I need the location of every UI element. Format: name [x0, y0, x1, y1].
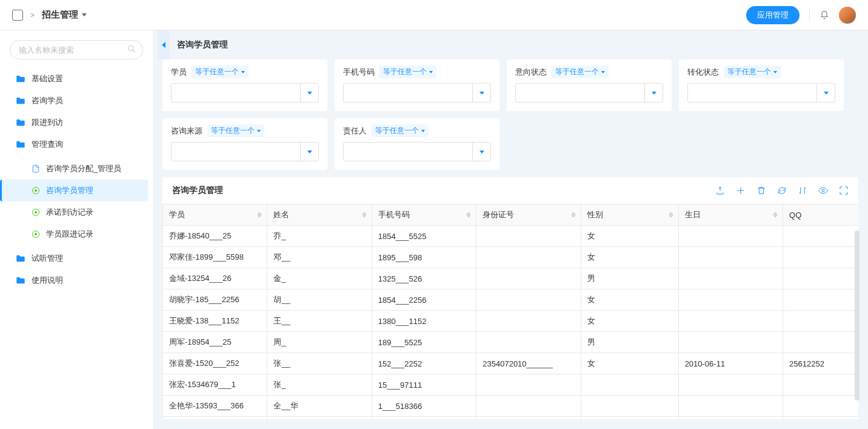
scrollbar[interactable]	[855, 231, 860, 400]
sidebar-item[interactable]: 基础设置	[10, 68, 148, 90]
sidebar-item[interactable]: 使用说明	[10, 269, 148, 291]
table-cell: 女	[581, 226, 678, 247]
table-cell: 1380___1152	[372, 311, 476, 332]
filter-select[interactable]	[171, 83, 319, 103]
table-cell	[476, 332, 581, 353]
breadcrumb-separator: >	[30, 11, 35, 19]
sidebar-item[interactable]: 试听管理	[10, 248, 148, 269]
table-cell: 全__华	[267, 396, 372, 417]
refresh-icon[interactable]	[777, 186, 787, 195]
delete-icon[interactable]	[756, 186, 766, 195]
filter-condition[interactable]: 等于任意一个	[372, 124, 429, 137]
export-icon[interactable]	[715, 186, 725, 195]
table-row[interactable]: 全艳华-13593___366全__华1___518366	[163, 396, 859, 417]
table-cell: 189___5525	[372, 332, 476, 353]
chevron-down-icon	[429, 71, 433, 73]
table-row[interactable]: 王晓爱-138___1152王__1380___1152女王宇	[163, 311, 859, 332]
sort-icon[interactable]	[798, 186, 807, 195]
folder-icon	[16, 75, 25, 83]
table-row[interactable]: 乔娜-18540___25乔_1854___5525女乔_	[163, 226, 859, 247]
table-cell: 女	[581, 247, 678, 268]
table-cell: 1895___598	[372, 247, 476, 268]
table-cell	[581, 417, 678, 420]
search-icon	[127, 45, 136, 55]
table-row[interactable]: 金域-13254___26金_1325___526男金_	[163, 268, 859, 289]
breadcrumb-title-text: 招生管理	[42, 9, 78, 21]
sidebar-item[interactable]: 咨询学员	[10, 90, 148, 112]
filter-condition[interactable]: 等于任意一个	[192, 66, 249, 78]
table-row[interactable]: 邓家佳-1899___5598邓__1895___598女邓_	[163, 247, 859, 268]
main-content: 咨询学员管理 学员等于任意一个 手机号码等于任意一个 意向状态等于任意一个 转化…	[153, 30, 868, 429]
table-cell	[678, 247, 783, 268]
column-header[interactable]: 手机号码	[372, 204, 476, 226]
add-icon[interactable]	[736, 186, 746, 195]
filter-name: 手机号码	[343, 67, 375, 78]
sidebar-item-label: 跟进到访	[32, 117, 63, 128]
filter-condition[interactable]: 等于任意一个	[724, 66, 781, 78]
table-cell: 张喜爱-1520___252	[163, 353, 267, 374]
table-row[interactable]: 陈少创-13534___40陈__135___4740	[163, 417, 859, 420]
chevron-down-icon	[257, 130, 261, 132]
column-header[interactable]: 学员	[163, 204, 267, 226]
filter-select[interactable]	[515, 83, 663, 103]
collapse-sidebar-button[interactable]	[158, 30, 170, 59]
chevron-down-icon	[421, 130, 425, 132]
chevron-down-icon	[479, 92, 484, 95]
chevron-left-icon	[162, 42, 165, 48]
table-cell: 女	[581, 311, 678, 332]
filter-select[interactable]	[343, 142, 491, 161]
column-header[interactable]: QQ	[783, 204, 858, 226]
avatar[interactable]	[839, 7, 856, 24]
search-input[interactable]	[10, 40, 143, 59]
column-header[interactable]: 生日	[678, 204, 783, 226]
bell-icon[interactable]	[820, 10, 829, 20]
folder-icon	[16, 254, 25, 263]
fullscreen-icon[interactable]	[839, 186, 849, 195]
column-header[interactable]: 身份证号	[476, 204, 581, 226]
breadcrumb-title[interactable]: 招生管理	[42, 9, 87, 21]
chevron-down-icon	[479, 150, 484, 154]
table-cell	[476, 268, 581, 289]
table-cell: 全艳华-13593___366	[163, 396, 267, 417]
table-cell	[678, 417, 783, 420]
app-icon[interactable]	[12, 10, 23, 21]
table-cell: 15___97111	[372, 374, 476, 396]
folder-icon	[16, 96, 25, 105]
sidebar-item[interactable]: 承诺到访记录	[10, 201, 148, 223]
table-cell: 周军-18954___25	[163, 332, 267, 353]
sidebar-item[interactable]: 咨询学员分配_管理员	[10, 158, 148, 180]
table-cell	[678, 289, 783, 311]
target-icon	[32, 186, 40, 195]
column-header[interactable]: 性别	[581, 204, 678, 226]
filter-condition[interactable]: 等于任意一个	[379, 66, 436, 78]
table-cell: 胡__	[267, 289, 372, 311]
sidebar-item[interactable]: 管理查询	[10, 133, 148, 155]
table-cell	[783, 396, 858, 417]
table-row[interactable]: 胡晓宇-185___2256胡__1854___2256女胡_	[163, 289, 859, 311]
column-header[interactable]: 姓名	[267, 204, 372, 226]
sidebar-item-label: 管理查询	[32, 139, 63, 150]
table-cell: 胡晓宇-185___2256	[163, 289, 267, 311]
table-cell	[783, 289, 858, 311]
sidebar-item[interactable]: 跟进到访	[10, 112, 148, 133]
table-cell: 邓__	[267, 247, 372, 268]
chevron-down-icon	[307, 150, 312, 154]
filter-condition[interactable]: 等于任意一个	[207, 124, 264, 137]
table-cell: 152___2252	[372, 353, 476, 374]
table-row[interactable]: 张喜爱-1520___252张__152___22522354072010___…	[163, 353, 859, 374]
table-row[interactable]: 张宏-1534679___1张_15___97111	[163, 374, 859, 396]
eye-icon[interactable]	[818, 186, 828, 195]
table-cell: 1325___526	[372, 268, 476, 289]
app-manage-button[interactable]: 应用管理	[746, 6, 800, 24]
table-cell: 135___4740	[372, 417, 476, 420]
table-cell: 女	[581, 353, 678, 374]
sidebar-item[interactable]: 咨询学员管理	[0, 180, 148, 201]
table-row[interactable]: 周军-18954___25周_189___5525男周奇	[163, 332, 859, 353]
filter-condition[interactable]: 等于任意一个	[552, 66, 609, 78]
doc-icon	[32, 164, 40, 173]
filter-select[interactable]	[343, 83, 491, 103]
filter-select[interactable]	[687, 83, 835, 103]
filter-select[interactable]	[171, 142, 319, 161]
sidebar-item[interactable]: 学员跟进记录	[10, 223, 148, 245]
table-cell: 陈少创-13534___40	[163, 417, 267, 420]
